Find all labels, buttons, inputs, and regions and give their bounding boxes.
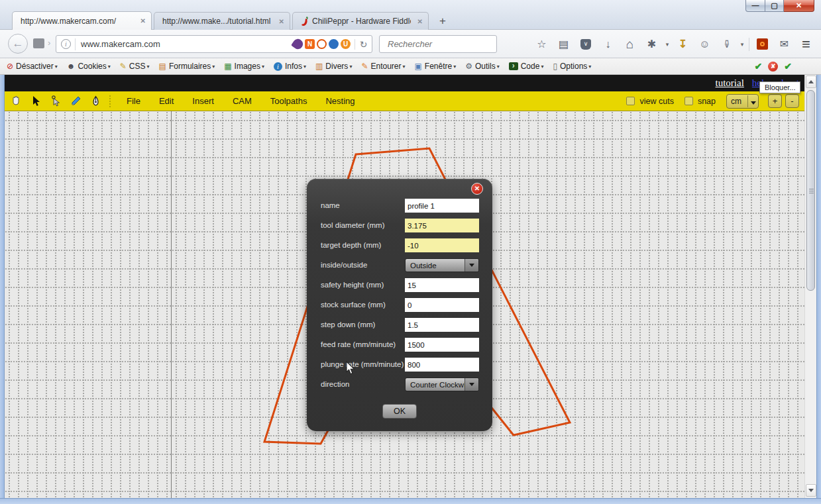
eyedropper-caret-icon[interactable]: ▾ <box>738 41 747 48</box>
tool-diameter-input[interactable] <box>405 219 479 232</box>
devbar-item-cookies[interactable]: ☻Cookies▾ <box>67 62 111 71</box>
field-label: direction <box>321 380 349 388</box>
url-text[interactable]: www.makercam.com <box>81 39 293 49</box>
units-caret-icon <box>747 95 758 107</box>
menu-nesting[interactable]: Nesting <box>325 96 355 106</box>
back-button[interactable]: ← <box>8 34 28 54</box>
name-input[interactable] <box>405 199 479 213</box>
stock-surface-input[interactable] <box>405 298 479 312</box>
close-window-button[interactable]: ✕ <box>784 0 814 12</box>
devbar-item-css[interactable]: ✎CSS▾ <box>120 62 150 71</box>
tab-makercam[interactable]: http://www.makercam.com/ ✕ <box>12 11 152 30</box>
smiley-addon-icon[interactable]: ☺ <box>694 38 716 50</box>
home-icon[interactable]: ⌂ <box>619 37 641 52</box>
field-label: target depth (mm) <box>321 241 381 249</box>
maximize-button[interactable]: ▢ <box>765 0 784 12</box>
devbar-item-divers[interactable]: ▥Divers▾ <box>315 62 352 71</box>
zoom-in-button[interactable]: + <box>768 94 782 108</box>
pan-tool-button[interactable] <box>7 94 25 109</box>
view-cuts-checkbox[interactable] <box>626 97 635 105</box>
field-row-name: name <box>307 199 492 213</box>
valid-check-icon-2[interactable]: ✔ <box>784 61 792 72</box>
scroll-down-button[interactable] <box>806 484 816 497</box>
scroll-up-button[interactable] <box>806 76 816 88</box>
navigation-toolbar: ← › i www.makercam.com N U ↻ ☆ ▤ ∨ ↓ ⌂ ✱… <box>0 30 821 58</box>
menu-cam[interactable]: CAM <box>233 96 252 106</box>
chevron-icon: › <box>48 38 50 48</box>
menu-file[interactable]: File <box>127 96 140 106</box>
plugin-icon-1[interactable] <box>291 37 305 51</box>
scrollbar-thumb[interactable] <box>806 90 815 291</box>
downloadhelper-icon[interactable]: ↧ <box>672 38 694 50</box>
eyedropper-icon[interactable]: ✑ <box>720 33 733 55</box>
minimize-button[interactable]: — <box>745 0 765 12</box>
pencil-tool-button[interactable] <box>67 94 84 109</box>
devbar-item-options[interactable]: ▯Options▾ <box>553 62 591 71</box>
tutorial-link[interactable]: tutorial <box>716 77 744 89</box>
target-depth-input[interactable] <box>405 238 479 252</box>
snap-checkbox[interactable] <box>684 97 693 105</box>
hamburger-menu-icon[interactable]: ≡ <box>795 36 817 53</box>
mail-icon[interactable]: ✉ <box>773 38 795 50</box>
devbar-item-entourer[interactable]: ✎Entourer▾ <box>361 62 405 71</box>
drawing-canvas[interactable]: ✕ name tool diameter (mm) target depth (… <box>5 111 804 498</box>
direct-select-tool-button[interactable] <box>47 94 64 109</box>
devbar-label: Formulaires <box>169 62 211 71</box>
reload-icon[interactable]: ↻ <box>355 39 372 50</box>
devbar-status: ✔ ✘ ✔ <box>755 61 792 72</box>
step-down-input[interactable] <box>405 318 479 332</box>
select-tool-button[interactable] <box>27 94 44 109</box>
devbar-item-code[interactable]: ›Code▾ <box>509 62 544 71</box>
window-icon: ▣ <box>415 62 422 71</box>
page-scrollbar[interactable] <box>804 75 816 498</box>
url-bar[interactable]: i www.makercam.com N U ↻ <box>56 35 372 53</box>
menu-insert[interactable]: Insert <box>192 96 214 106</box>
reading-list-icon[interactable]: ▤ <box>553 38 575 50</box>
plunge-rate-input[interactable] <box>405 358 479 372</box>
tab-close-icon[interactable]: ✕ <box>140 17 146 25</box>
devbar-item-infos[interactable]: iInfos▾ <box>274 62 306 71</box>
devbar-item-images[interactable]: ▦Images▾ <box>224 62 264 71</box>
menu-edit[interactable]: Edit <box>159 96 174 106</box>
tab-close-icon[interactable]: ✕ <box>417 18 423 25</box>
caret-icon: ▾ <box>303 64 306 70</box>
fireshot-icon[interactable] <box>757 38 768 50</box>
dialog-close-button[interactable]: ✕ <box>471 183 483 195</box>
devbar-item-fenetre[interactable]: ▣Fenêtre▾ <box>415 62 457 71</box>
direction-select[interactable]: Counter Clockwi <box>405 378 479 391</box>
downloads-icon[interactable]: ↓ <box>597 38 619 50</box>
feed-rate-input[interactable] <box>405 338 479 352</box>
valid-check-icon[interactable]: ✔ <box>755 61 763 72</box>
css-pen-icon: ✎ <box>120 62 127 71</box>
zoom-out-button[interactable]: - <box>785 94 799 108</box>
site-header-bar: tutorial help about <box>5 75 804 91</box>
ok-button[interactable]: OK <box>382 404 417 419</box>
plugin-icon-5[interactable]: U <box>341 39 351 49</box>
page-action-icon[interactable] <box>33 38 44 48</box>
new-tab-button[interactable]: + <box>434 15 451 29</box>
bookmark-star-icon[interactable]: ☆ <box>531 38 553 50</box>
fly-caret-icon[interactable]: ▾ <box>663 41 672 48</box>
site-info-icon[interactable]: i <box>61 39 71 49</box>
search-input[interactable] <box>388 39 506 49</box>
tab-chilipeppr[interactable]: ChiliPeppr - Hardware Fiddle ✕ <box>292 12 429 30</box>
tab-close-icon[interactable]: ✕ <box>279 18 284 25</box>
devbar-item-outils[interactable]: ⚙Outils▾ <box>465 62 499 71</box>
tab-tutorial[interactable]: http://www.make.../tutorial.html ✕ <box>154 12 290 30</box>
devbar-item-desactiver[interactable]: ⊘Désactiver▾ <box>7 62 58 71</box>
search-bar[interactable] <box>379 35 497 53</box>
plugin-icon-4[interactable] <box>329 39 339 49</box>
menu-toolpaths[interactable]: Toolpaths <box>270 96 307 106</box>
devbar-item-formulaires[interactable]: ▤Formulaires▾ <box>159 62 215 71</box>
plugin-icon-3[interactable] <box>317 39 327 49</box>
plugin-icon-2[interactable]: N <box>305 39 315 49</box>
pen-tool-button[interactable] <box>87 94 104 109</box>
select-arrow-icon <box>31 95 41 107</box>
safety-height-input[interactable] <box>405 278 479 292</box>
inside-outside-select[interactable]: Outside <box>405 258 479 272</box>
error-icon[interactable]: ✘ <box>768 62 778 72</box>
fly-addon-icon[interactable]: ✱ <box>641 38 663 50</box>
view-cuts-label: view cuts <box>639 97 673 106</box>
units-select[interactable]: cm <box>726 94 759 109</box>
pocket-icon[interactable]: ∨ <box>580 39 591 50</box>
